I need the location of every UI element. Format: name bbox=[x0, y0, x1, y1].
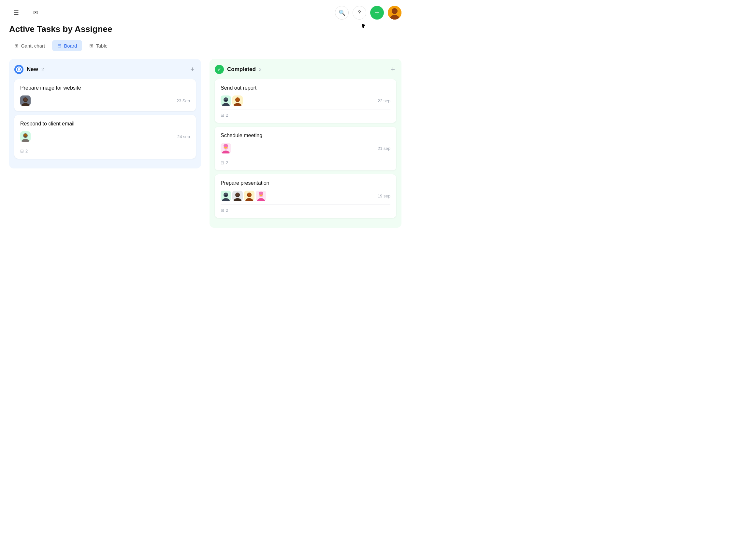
avatar-man-dark2 bbox=[221, 191, 231, 201]
card-schedule-meeting-subtask-count: 2 bbox=[226, 160, 228, 165]
tab-board[interactable]: ⊟ Board bbox=[52, 40, 82, 51]
topbar: ☰ ✉ 🔍 ? + bbox=[0, 0, 411, 23]
search-button[interactable]: 🔍 bbox=[335, 6, 349, 20]
page-title-area: Active Tasks by Assignee bbox=[0, 23, 411, 40]
topbar-right: 🔍 ? + bbox=[335, 6, 401, 20]
card-prepare-image[interactable]: Prepare image for website bbox=[14, 79, 196, 111]
card-respond-email-footer: 24 sep bbox=[20, 131, 190, 142]
column-completed-count: 3 bbox=[259, 67, 262, 72]
svg-point-6 bbox=[24, 98, 27, 101]
tab-gantt[interactable]: ⊞ Gantt chart bbox=[9, 40, 50, 51]
topbar-left: ☰ ✉ bbox=[9, 6, 42, 20]
svg-point-11 bbox=[24, 136, 27, 137]
card-prepare-presentation[interactable]: Prepare presentation bbox=[215, 174, 396, 218]
column-new-count: 2 bbox=[41, 67, 44, 72]
svg-point-38 bbox=[248, 193, 251, 196]
card-prepare-image-avatars bbox=[20, 95, 31, 106]
card-schedule-meeting-date: 21 sep bbox=[378, 146, 390, 151]
table-label: Table bbox=[96, 43, 108, 49]
board: New 2 + Prepare image for website bbox=[0, 59, 411, 228]
subtask-icon-2: ⊟ bbox=[221, 113, 224, 118]
svg-point-16 bbox=[225, 100, 227, 101]
card-send-report-footer: 22 sep bbox=[221, 95, 390, 106]
card-send-report-subtask-count: 2 bbox=[226, 113, 228, 118]
tab-table[interactable]: ⊞ Table bbox=[84, 40, 113, 51]
column-new-add-button[interactable]: + bbox=[189, 66, 196, 73]
card-prepare-image-date: 23 Sep bbox=[177, 98, 190, 103]
view-tabs: ⊞ Gantt chart ⊟ Board ⊞ Table bbox=[0, 40, 411, 59]
user-avatar[interactable] bbox=[388, 6, 401, 20]
column-new: New 2 + Prepare image for website bbox=[9, 59, 201, 168]
card-respond-email[interactable]: Respond to client email bbox=[14, 115, 196, 159]
card-respond-email-avatars bbox=[20, 131, 31, 142]
card-prepare-presentation-subtask-count: 2 bbox=[226, 208, 228, 213]
card-prepare-image-footer: 23 Sep bbox=[20, 95, 190, 106]
menu-button[interactable]: ☰ bbox=[9, 6, 23, 20]
card-respond-email-date: 24 sep bbox=[177, 134, 190, 139]
board-icon: ⊟ bbox=[57, 43, 62, 49]
plus-icon: + bbox=[375, 9, 379, 17]
svg-point-30 bbox=[225, 195, 227, 196]
card-prepare-presentation-title: Prepare presentation bbox=[221, 180, 390, 186]
subtask-icon: ⊟ bbox=[20, 149, 24, 153]
svg-point-25 bbox=[224, 144, 228, 147]
mail-button[interactable]: ✉ bbox=[29, 6, 42, 20]
page-title: Active Tasks by Assignee bbox=[9, 24, 401, 34]
avatar-woman-pink2 bbox=[256, 191, 266, 201]
column-completed-add-button[interactable]: + bbox=[389, 66, 396, 73]
card-schedule-meeting-avatars bbox=[221, 143, 231, 153]
column-completed-header-left: ✓ Completed 3 bbox=[215, 65, 262, 74]
column-completed-title: Completed bbox=[227, 66, 256, 73]
search-icon: 🔍 bbox=[339, 9, 345, 16]
card-schedule-meeting-footer: 21 sep bbox=[221, 143, 390, 153]
avatar-man-yellow2 bbox=[244, 191, 254, 201]
card-send-report-avatars bbox=[221, 95, 243, 106]
column-completed: ✓ Completed 3 + Send out report bbox=[210, 59, 401, 228]
svg-point-1 bbox=[392, 8, 398, 14]
card-prepare-presentation-footer: 19 sep bbox=[221, 191, 390, 201]
card-prepare-image-title: Prepare image for website bbox=[20, 85, 190, 91]
card-send-report[interactable]: Send out report bbox=[215, 79, 396, 123]
column-new-header: New 2 + bbox=[14, 65, 196, 74]
avatar-woman-dark bbox=[20, 95, 31, 106]
avatar-man-dark1 bbox=[221, 95, 231, 106]
card-send-report-sub: ⊟ 2 bbox=[221, 109, 390, 118]
help-icon: ? bbox=[358, 10, 361, 16]
card-send-report-date: 22 sep bbox=[378, 98, 390, 103]
column-new-title: New bbox=[27, 66, 38, 73]
gantt-icon: ⊞ bbox=[14, 43, 19, 49]
avatar-woman-dark2 bbox=[232, 191, 243, 201]
gantt-label: Gantt chart bbox=[21, 43, 45, 49]
help-button[interactable]: ? bbox=[353, 6, 366, 20]
board-label: Board bbox=[64, 43, 77, 49]
add-button[interactable]: + bbox=[370, 6, 384, 20]
card-prepare-presentation-avatars bbox=[221, 191, 266, 201]
status-new-icon bbox=[14, 65, 23, 74]
subtask-icon-3: ⊟ bbox=[221, 160, 224, 165]
column-new-header-left: New 2 bbox=[14, 65, 44, 74]
svg-point-20 bbox=[236, 98, 239, 101]
subtask-icon-4: ⊟ bbox=[221, 208, 224, 213]
card-respond-email-subtask-count: 2 bbox=[25, 149, 28, 153]
avatar-woman-pink bbox=[221, 143, 231, 153]
svg-point-43 bbox=[259, 192, 263, 195]
card-schedule-meeting-title: Schedule meeting bbox=[221, 133, 390, 138]
card-send-report-title: Send out report bbox=[221, 85, 390, 91]
table-icon: ⊞ bbox=[89, 43, 94, 49]
status-completed-icon: ✓ bbox=[215, 65, 224, 74]
card-schedule-meeting[interactable]: Schedule meeting bbox=[215, 127, 396, 170]
avatar-man-yellow1 bbox=[232, 95, 243, 106]
card-prepare-presentation-sub: ⊟ 2 bbox=[221, 204, 390, 213]
card-respond-email-title: Respond to client email bbox=[20, 121, 190, 127]
column-completed-header: ✓ Completed 3 + bbox=[215, 65, 396, 74]
avatar-man-green bbox=[20, 131, 31, 142]
card-respond-email-sub: ⊟ 2 bbox=[20, 145, 190, 153]
card-prepare-presentation-date: 19 sep bbox=[378, 194, 390, 198]
card-schedule-meeting-sub: ⊟ 2 bbox=[221, 157, 390, 165]
svg-point-34 bbox=[236, 193, 239, 196]
